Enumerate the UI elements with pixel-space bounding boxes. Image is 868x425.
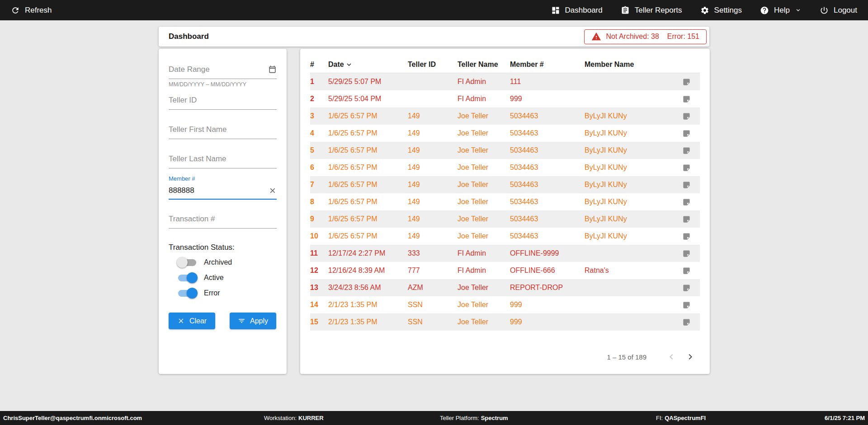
note-icon[interactable] xyxy=(682,318,691,327)
transaction-number-input[interactable] xyxy=(169,212,277,229)
note-cell xyxy=(673,95,700,103)
logged-in-user: ChrisSuperTeller@qaspectrumfi.onmicrosof… xyxy=(3,411,142,425)
calendar-picker-button[interactable] xyxy=(268,65,277,74)
switch-archived[interactable] xyxy=(177,257,198,268)
note-cell xyxy=(673,232,700,241)
cell-member-number: OFFLINE-9999 xyxy=(510,249,585,257)
nav-help-label: Help xyxy=(774,6,790,15)
table-row[interactable]: 1212/16/24 8:39 AM777FI AdminOFFLINE-666… xyxy=(310,262,700,279)
note-icon[interactable] xyxy=(682,266,691,275)
table-row[interactable]: 81/6/25 6:57 PM149Joe Teller5034463ByLyJ… xyxy=(310,193,700,210)
teller-id-field xyxy=(169,93,277,110)
note-icon[interactable] xyxy=(682,232,691,241)
note-icon[interactable] xyxy=(682,284,691,292)
refresh-button[interactable]: Refresh xyxy=(11,6,52,15)
cell-member-number: 999 xyxy=(510,318,585,326)
pagination-prev-button[interactable] xyxy=(662,347,681,366)
table-row[interactable]: 101/6/25 6:57 PM149Joe Teller5034463ByLy… xyxy=(310,228,700,245)
workstation-value: KURRER xyxy=(298,415,324,421)
cell-date: 2/1/23 1:35 PM xyxy=(328,301,408,309)
table-row[interactable]: 1112/17/24 2:27 PM333FI AdminOFFLINE-999… xyxy=(310,245,700,262)
transaction-number-field xyxy=(169,212,277,229)
table-row[interactable]: 152/1/23 1:35 PMSSNJoe Teller999 xyxy=(310,313,700,331)
cell-teller-name: FI Admin xyxy=(458,266,510,275)
apply-button[interactable]: Apply xyxy=(230,313,276,329)
col-member: Member # xyxy=(510,61,585,69)
note-icon[interactable] xyxy=(682,112,691,121)
pagination-range: 1 – 15 of 189 xyxy=(607,353,646,361)
cell-teller-id: SSN xyxy=(408,318,458,326)
cell-teller-id: 149 xyxy=(408,112,458,120)
cell-date: 3/24/23 8:56 AM xyxy=(328,284,408,292)
table-row[interactable]: 142/1/23 1:35 PMSSNJoe Teller999 xyxy=(310,296,700,313)
cell-teller-name: FI Admin xyxy=(458,78,510,86)
col-teller-name: Teller Name xyxy=(458,61,510,69)
note-icon[interactable] xyxy=(682,215,691,224)
note-cell xyxy=(673,318,700,327)
note-icon[interactable] xyxy=(682,181,691,189)
table-row[interactable]: 61/6/25 6:57 PM149Joe Teller5034463ByLyJ… xyxy=(310,159,700,176)
cell-member-name: ByLyJI KUNy xyxy=(585,198,673,206)
teller-id-input[interactable] xyxy=(169,93,277,110)
note-icon[interactable] xyxy=(682,129,691,138)
switch-active[interactable] xyxy=(177,272,198,283)
note-icon[interactable] xyxy=(682,301,691,309)
row-number: 9 xyxy=(310,215,328,223)
nav-dashboard[interactable]: Dashboard xyxy=(551,6,603,15)
row-number: 14 xyxy=(310,301,328,309)
teller-last-name-input[interactable] xyxy=(169,152,277,168)
alert-badge[interactable]: Not Archived: 38 Error: 151 xyxy=(584,29,707,44)
cell-member-name: ByLyJI KUNy xyxy=(585,215,673,223)
table-row[interactable]: 133/24/23 8:56 AMAZMJoe TellerREPORT-DRO… xyxy=(310,279,700,296)
pagination-next-button[interactable] xyxy=(681,347,700,366)
col-date[interactable]: Date xyxy=(328,61,408,69)
cell-teller-name: FI Admin xyxy=(458,249,510,257)
member-number-input[interactable] xyxy=(169,183,269,199)
table-row[interactable]: 71/6/25 6:57 PM149Joe Teller5034463ByLyJ… xyxy=(310,176,700,193)
cell-member-number: 5034463 xyxy=(510,181,585,189)
table-row[interactable]: 31/6/25 6:57 PM149Joe Teller5034463ByLyJ… xyxy=(310,107,700,125)
note-icon[interactable] xyxy=(682,78,691,86)
table-row[interactable]: 15/29/25 5:07 PMFI Admin111 xyxy=(310,73,700,90)
toggle-active-label: Active xyxy=(204,274,224,282)
toggle-error[interactable]: Error xyxy=(177,286,220,300)
row-number: 1 xyxy=(310,78,328,86)
cell-member-number: 5034463 xyxy=(510,163,585,172)
note-icon[interactable] xyxy=(682,146,691,155)
filter-actions: Clear Apply xyxy=(169,313,276,329)
cell-teller-name: Joe Teller xyxy=(458,129,510,137)
dashboard-header-card: Dashboard Not Archived: 38 Error: 151 xyxy=(159,27,709,47)
table-row[interactable]: 91/6/25 6:57 PM149Joe Teller5034463ByLyJ… xyxy=(310,210,700,228)
note-icon[interactable] xyxy=(682,198,691,206)
cell-date: 1/6/25 6:57 PM xyxy=(328,163,408,172)
table-row[interactable]: 41/6/25 6:57 PM149Joe Teller5034463ByLyJ… xyxy=(310,125,700,142)
note-cell xyxy=(673,266,700,275)
nav-teller-reports[interactable]: Teller Reports xyxy=(621,6,682,15)
note-icon[interactable] xyxy=(682,249,691,258)
row-number: 5 xyxy=(310,146,328,154)
cell-member-name: ByLyJI KUNy xyxy=(585,181,673,189)
cell-member-name: ByLyJI KUNy xyxy=(585,129,673,137)
toggle-active[interactable]: Active xyxy=(177,271,224,285)
teller-first-name-input[interactable] xyxy=(169,122,277,139)
toggle-archived[interactable]: Archived xyxy=(177,256,232,269)
platform-value: Spectrum xyxy=(481,415,508,421)
switch-error[interactable] xyxy=(177,288,198,299)
nav-settings[interactable]: Settings xyxy=(700,6,742,15)
member-clear-button[interactable] xyxy=(269,187,277,196)
cell-date: 12/16/24 8:39 AM xyxy=(328,266,408,275)
nav-help[interactable]: Help xyxy=(760,6,802,15)
table-row[interactable]: 25/29/25 5:04 PMFI Admin999 xyxy=(310,90,700,107)
table-row[interactable]: 51/6/25 6:57 PM149Joe Teller5034463ByLyJ… xyxy=(310,142,700,159)
clear-button[interactable]: Clear xyxy=(169,313,215,329)
row-number: 6 xyxy=(310,163,328,172)
row-number: 10 xyxy=(310,232,328,240)
note-cell xyxy=(673,163,700,172)
note-icon[interactable] xyxy=(682,95,691,103)
date-range-input[interactable] xyxy=(169,62,277,79)
note-icon[interactable] xyxy=(682,163,691,172)
fi-info: FI:QASpectrumFI xyxy=(656,411,706,425)
close-icon xyxy=(269,187,277,195)
nav-logout[interactable]: Logout xyxy=(820,6,857,15)
help-icon xyxy=(760,6,769,15)
